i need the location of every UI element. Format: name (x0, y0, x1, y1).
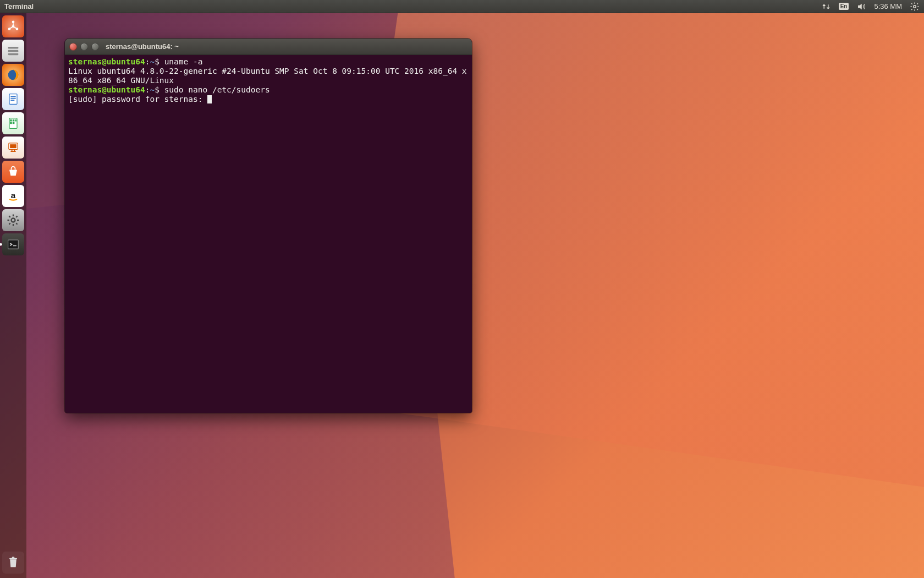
svg-rect-15 (13, 119, 15, 122)
terminal-cursor (207, 95, 212, 103)
volume-icon[interactable] (856, 2, 866, 12)
active-app-title: Terminal (4, 2, 34, 10)
prompt-user-host-2: sternas@ubuntu64 (68, 85, 145, 94)
svg-rect-9 (9, 94, 17, 105)
launcher-files[interactable] (2, 40, 24, 62)
svg-rect-14 (10, 119, 12, 122)
terminal-command-2: sudo nano /etc/sudoers (164, 85, 270, 94)
svg-text:a: a (11, 190, 16, 200)
network-icon[interactable] (821, 2, 831, 12)
launcher-amazon[interactable]: a (2, 185, 24, 207)
window-titlebar[interactable]: sternas@ubuntu64: ~ (65, 39, 472, 55)
top-panel: Terminal En 5:36 MM (0, 0, 924, 13)
svg-rect-5 (8, 47, 19, 49)
window-maximize-button[interactable] (91, 43, 99, 51)
window-close-button[interactable] (69, 43, 77, 51)
launcher-writer[interactable] (2, 88, 24, 110)
window-minimize-button[interactable] (80, 43, 88, 51)
launcher-calc[interactable] (2, 112, 24, 134)
prompt-path-2: ~ (150, 85, 155, 94)
launcher-trash[interactable] (2, 552, 24, 574)
svg-point-2 (12, 21, 15, 24)
unity-launcher: a (0, 13, 26, 578)
svg-rect-10 (10, 96, 15, 97)
launcher-dash[interactable] (2, 15, 24, 37)
svg-rect-20 (10, 144, 16, 148)
terminal-command-1: uname -a (164, 57, 203, 66)
svg-point-0 (914, 5, 916, 8)
svg-rect-24 (9, 558, 17, 559)
svg-rect-25 (12, 557, 15, 558)
svg-rect-7 (8, 53, 19, 56)
svg-rect-12 (10, 100, 14, 101)
prompt-path: ~ (150, 57, 155, 66)
launcher-terminal[interactable] (2, 233, 24, 255)
launcher-software[interactable] (2, 161, 24, 183)
session-gear-icon[interactable] (910, 2, 920, 12)
clock[interactable]: 5:36 MM (874, 2, 902, 10)
terminal-output[interactable]: sternas@ubuntu64:~$ uname -a Linux ubunt… (65, 55, 472, 413)
window-title: sternas@ubuntu64: ~ (106, 42, 179, 51)
launcher-impress[interactable] (2, 137, 24, 159)
svg-point-22 (12, 219, 15, 222)
prompt-user-host: sternas@ubuntu64 (68, 57, 145, 66)
terminal-window[interactable]: sternas@ubuntu64: ~ sternas@ubuntu64:~$ … (65, 39, 472, 413)
keyboard-language-indicator[interactable]: En (839, 3, 849, 10)
svg-rect-16 (15, 119, 16, 122)
svg-rect-6 (8, 50, 19, 52)
terminal-output-2: [sudo] password for sternas: (68, 95, 207, 103)
system-tray: En 5:36 MM (821, 2, 920, 12)
svg-rect-17 (10, 122, 12, 124)
launcher-firefox[interactable] (2, 64, 24, 86)
launcher-settings[interactable] (2, 209, 24, 231)
svg-rect-18 (13, 122, 15, 124)
svg-rect-23 (8, 240, 19, 249)
terminal-output-1: Linux ubuntu64 4.8.0-22-generic #24-Ubun… (68, 67, 467, 85)
svg-rect-11 (10, 98, 15, 99)
